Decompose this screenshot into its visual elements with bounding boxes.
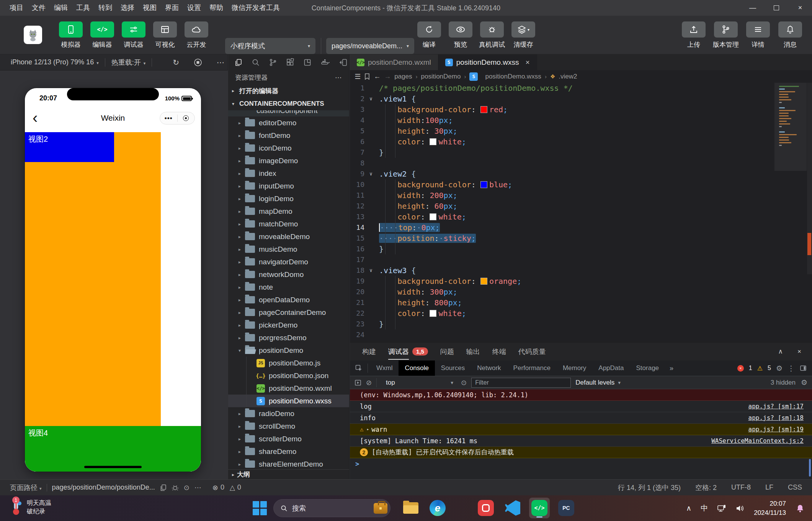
back-arrow-icon[interactable]: ← — [374, 72, 381, 80]
volume-icon[interactable] — [735, 504, 745, 513]
close-tab-icon[interactable]: × — [525, 58, 529, 67]
more-icon[interactable]: ⋯ — [217, 58, 224, 67]
menu-item-6[interactable]: 视图 — [139, 0, 161, 16]
forward-arrow-icon[interactable]: → — [384, 72, 391, 80]
language-mode[interactable]: CSS — [788, 483, 802, 492]
cursor-position[interactable]: 行 14, 列 1 (选中 35) — [618, 483, 681, 492]
clear-console-icon[interactable]: ⊘ — [366, 378, 372, 387]
dock-side-icon[interactable] — [800, 365, 807, 372]
outline-section[interactable]: ▸ 大纲 — [228, 469, 349, 479]
taskbar-app-file-explorer[interactable] — [400, 498, 421, 518]
more-icon[interactable]: ⋯ — [335, 74, 342, 82]
console-source-link[interactable]: app.js? [sm]:18 — [748, 414, 808, 421]
panel-tab-输出[interactable]: 输出 — [466, 347, 480, 356]
toolbar-button-device-debug-icon[interactable]: 真机调试 — [479, 21, 505, 49]
eol[interactable]: LF — [765, 483, 773, 492]
tree-item-index[interactable]: ▸index — [228, 167, 349, 180]
more-tabs-icon[interactable]: » — [665, 364, 678, 372]
close-button[interactable]: × — [788, 0, 812, 16]
kebab-menu-icon[interactable]: ⋮ — [787, 364, 795, 373]
device-selector[interactable]: iPhone 12/13 (Pro) 79% 16▾ — [0, 58, 99, 66]
panel-tab-代码质量[interactable]: 代码质量 — [518, 347, 546, 356]
toolbar-button-version-icon[interactable]: 版本管理 — [712, 21, 739, 49]
error-badge-icon[interactable]: × — [737, 365, 744, 372]
indent-setting[interactable]: 空格: 2 — [695, 483, 717, 492]
breadcrumb-segment[interactable]: .view2 — [559, 73, 577, 80]
tree-item-navigatorDemo[interactable]: ▸navigatorDemo — [228, 256, 349, 268]
tree-item-openDataDemo[interactable]: ▸openDataDemo — [228, 293, 349, 306]
menu-item-8[interactable]: 设置 — [183, 0, 205, 16]
phone-preview[interactable]: 20:07 100% ‹ Weixin ••• 视图2 视图4 — [25, 88, 201, 472]
minimize-button[interactable]: — — [741, 0, 765, 16]
tree-item-inputDemo[interactable]: ▸inputDemo — [228, 180, 349, 192]
taskbar-app-pc-app[interactable]: PC — [556, 498, 577, 518]
stop-icon[interactable] — [194, 58, 202, 67]
console-row-6[interactable]: > — [350, 458, 812, 470]
menu-item-9[interactable]: 帮助 — [205, 0, 227, 16]
encoding[interactable]: UTF-8 — [731, 483, 751, 492]
maximize-button[interactable] — [765, 0, 788, 16]
panel-tab-问题[interactable]: 问题 — [440, 347, 454, 356]
devtools-tab-Performance[interactable]: Performance — [507, 360, 557, 376]
taskbar-app-edge[interactable]: e — [427, 498, 448, 518]
open-editors-section[interactable]: ▸ 打开的编辑器 — [228, 84, 349, 97]
menu-item-10[interactable]: 微信开发者工具 — [227, 0, 284, 16]
weather-widget[interactable]: 1 明天高温 破纪录 — [9, 498, 51, 516]
toolbar-button-details-icon[interactable]: 详情 — [745, 21, 771, 49]
clock[interactable]: 20:07 2024/11/13 — [754, 499, 786, 518]
bug-icon[interactable] — [172, 484, 179, 491]
console-row-4[interactable]: [system] Launch Time: 16241 msWAServiceM… — [350, 435, 812, 447]
extensions-icon[interactable] — [286, 58, 294, 67]
tree-item-porgressDemo[interactable]: ▸porgressDemo — [228, 331, 349, 344]
devtools-tab-Console[interactable]: Console — [399, 360, 435, 376]
tree-item-imageDemo[interactable]: ▸imageDemo — [228, 154, 349, 167]
more-icon[interactable]: ⋯ — [194, 483, 201, 492]
menu-item-5[interactable]: 选择 — [116, 0, 139, 16]
editor-tab-positionDemo.wxss[interactable]: SpositionDemo.wxss× — [438, 54, 537, 70]
inspect-element-icon[interactable] — [350, 364, 368, 372]
taskbar-app-red-app[interactable] — [475, 498, 496, 518]
tree-item-clipped[interactable]: customComponent — [228, 110, 349, 116]
problem-counts[interactable]: ⊗ 0 △ 0 — [212, 483, 241, 492]
console-row-5[interactable]: 2[自动热重载] 已开启代码文件保存后自动热重载 — [350, 447, 812, 458]
toolbar-button-message-icon[interactable]: 消息 — [777, 21, 804, 49]
bookmark-icon[interactable] — [364, 73, 370, 80]
avatar[interactable] — [24, 26, 42, 44]
devtools-tab-AppData[interactable]: AppData — [592, 360, 630, 376]
docker-icon[interactable] — [320, 58, 330, 67]
devtools-tab-Network[interactable]: Network — [471, 360, 507, 376]
panel-tab-构建[interactable]: 构建 — [362, 347, 376, 356]
tree-item-radioDemo[interactable]: ▸radioDemo — [228, 407, 349, 420]
project-section[interactable]: ▾ CONTAINERCOMPONENTS — [228, 97, 349, 110]
console-row-2[interactable]: infoapp.js? [sm]:18 — [350, 412, 812, 424]
collapse-panel-icon[interactable]: ∧ — [778, 347, 783, 356]
toolbar-button-simulator-icon[interactable]: 模拟器 — [57, 21, 84, 49]
tree-item-scrollerDemo[interactable]: ▸scrollerDemo — [228, 433, 349, 445]
tree-item-musicDemo[interactable]: ▸musicDemo — [228, 243, 349, 256]
tree-item-networkDomo[interactable]: ▸networkDomo — [228, 268, 349, 281]
tree-item-moveableDemo[interactable]: ▸moveableDemo — [228, 230, 349, 243]
taskbar-app-wechat-devtools[interactable]: </> — [529, 498, 550, 518]
notification-bell-icon[interactable] — [795, 503, 805, 513]
console-source-link[interactable]: app.js? [sm]:17 — [748, 403, 808, 410]
close-target-icon[interactable] — [178, 115, 195, 121]
devtools-tab-Storage[interactable]: Storage — [630, 360, 665, 376]
toolbar-button-debugger-icon[interactable]: 调试器 — [120, 21, 147, 49]
tree-item-editorDemo[interactable]: ▸editorDemo — [228, 116, 349, 129]
tree-item-matchDemo[interactable]: ▸matchDemo — [228, 218, 349, 230]
refresh-icon[interactable]: ↻ — [173, 58, 179, 67]
console-source-link[interactable]: app.js? [sm]:19 — [748, 426, 808, 433]
toolbar-button-cloud-dev-icon[interactable]: 云开发 — [183, 21, 210, 49]
console-source-link[interactable]: WAServiceMainContext.js:2 — [711, 437, 807, 444]
console-scrollbar-thumb[interactable] — [809, 459, 811, 477]
files-icon[interactable] — [234, 58, 243, 67]
collapse-sidebar-icon[interactable] — [339, 58, 348, 67]
breadcrumb-segment[interactable]: pages — [394, 73, 412, 80]
toolbar-button-visualize-icon[interactable]: 可视化 — [152, 21, 178, 49]
tree-item-iconDemo[interactable]: ▸iconDemo — [228, 142, 349, 154]
warning-icon[interactable]: ⚠ — [757, 365, 763, 372]
breadcrumb-segment[interactable]: positionDemo.wxss — [485, 73, 541, 80]
menu-item-7[interactable]: 界面 — [161, 0, 183, 16]
code-editor[interactable]: 1/* pages/positionDemo/positionDemo.wxss… — [350, 83, 812, 342]
console-row-1[interactable]: logapp.js? [sm]:17 — [350, 401, 812, 412]
